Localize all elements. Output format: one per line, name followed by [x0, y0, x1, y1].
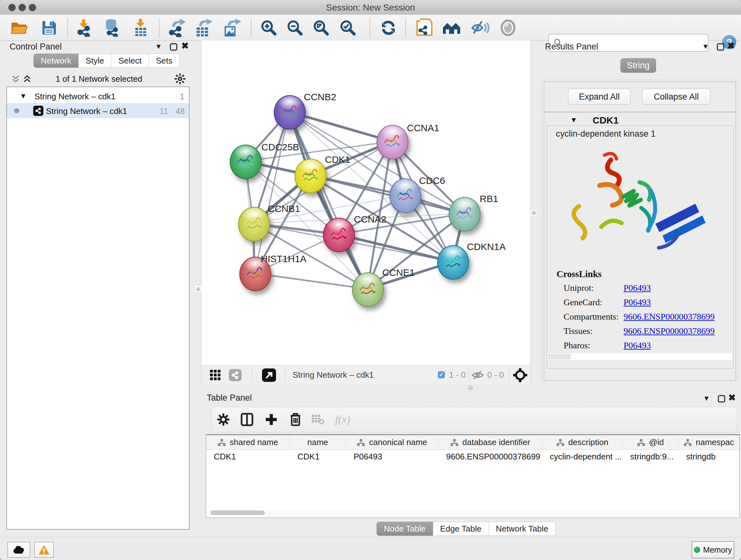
cell-6[interactable]: stringdb — [678, 449, 739, 464]
crosslink-link[interactable]: 9606.ENSP00000378699 — [623, 312, 715, 322]
collapse-all-button[interactable]: Collapse All — [642, 89, 711, 105]
hidden-eye-icon[interactable] — [471, 370, 484, 380]
network-view-title: String Network – cdk1 — [293, 370, 374, 380]
table-panel-collapse-icon[interactable]: ▼ — [703, 395, 710, 402]
export-table-button[interactable] — [193, 15, 214, 41]
tab-edge-table[interactable]: Edge Table — [433, 522, 489, 536]
crosslink-link[interactable]: 9606.ENSP00000378699 — [623, 326, 715, 336]
export-image-button[interactable] — [221, 15, 242, 41]
memory-button[interactable]: Memory — [691, 541, 734, 558]
import-network-from-database-button[interactable] — [102, 15, 121, 41]
node-CCNB2[interactable] — [274, 95, 306, 130]
column-header-description[interactable]: description — [542, 435, 623, 449]
network-view[interactable]: CCNB2CCNA1CDC25BCDK1CDC6RB1CCNB1CCNA2CDK… — [201, 41, 531, 365]
string-style-button[interactable] — [229, 369, 242, 381]
open-session-button[interactable] — [10, 15, 29, 41]
tab-string[interactable]: String — [620, 58, 656, 73]
expand-all-icon[interactable] — [23, 75, 31, 84]
crosslink-link[interactable]: P06493 — [623, 283, 651, 293]
results-panel-close-icon[interactable]: ✖ — [727, 42, 735, 50]
collapse-all-icon[interactable] — [11, 75, 20, 84]
horizontal-splitter-handle[interactable] — [468, 385, 473, 390]
import-network-button[interactable] — [74, 15, 93, 41]
tab-select[interactable]: Select — [111, 54, 149, 68]
birdseye-button[interactable] — [210, 369, 221, 382]
string-home-button[interactable] — [442, 15, 461, 41]
table-panel-close-icon[interactable]: ✖ — [728, 394, 736, 401]
tab-sets[interactable]: Sets — [149, 54, 180, 68]
left-splitter-handle[interactable] — [194, 286, 201, 293]
results-panel-collapse-icon[interactable]: ▼ — [702, 43, 709, 51]
node-CDKN1A[interactable] — [437, 245, 469, 280]
column-header-database-identifier[interactable]: database identifier — [439, 435, 542, 449]
gene-collapse-icon[interactable]: ▼ — [570, 116, 577, 124]
hide-glass-button[interactable] — [470, 15, 490, 41]
delete-column-button[interactable] — [288, 407, 303, 432]
selected-checkbox[interactable]: ✓ — [438, 371, 445, 378]
show-columns-button[interactable] — [239, 407, 255, 432]
table-row[interactable]: CDK1CDK1P064939606.ENSP00000378699cyclin… — [206, 449, 739, 464]
function-builder-button[interactable]: f(x) — [333, 407, 353, 432]
results-panel-float-icon[interactable] — [717, 43, 725, 51]
cell-1[interactable]: CDK1 — [290, 449, 346, 464]
column-header-@id[interactable]: @id — [623, 435, 678, 449]
tab-network-table[interactable]: Network Table — [489, 522, 556, 536]
network-collection-row[interactable]: ▼ String Network – cdk1 1 — [7, 89, 189, 103]
column-header-shared-name[interactable]: shared name — [206, 435, 290, 449]
node-CDK1[interactable] — [294, 159, 327, 193]
node-RB1[interactable] — [449, 197, 481, 232]
control-panel-float-icon[interactable] — [170, 43, 178, 51]
save-session-button[interactable] — [40, 15, 58, 41]
gear-icon[interactable] — [174, 73, 186, 84]
cell-0[interactable]: CDK1 — [206, 449, 290, 464]
column-header-canonical-name[interactable]: canonical name — [346, 435, 439, 449]
control-panel-close-icon[interactable]: ✖ — [181, 42, 189, 50]
column-header-name[interactable]: name — [290, 435, 346, 449]
cell-4[interactable]: cyclin-dependent ... — [542, 449, 623, 464]
table-hscrollbar[interactable] — [207, 509, 738, 516]
right-splitter-handle[interactable] — [530, 209, 537, 216]
cloud-icon — [12, 545, 25, 554]
zoom-out-button[interactable] — [285, 15, 305, 41]
table-settings-button[interactable] — [216, 407, 231, 432]
share-clipboard-button[interactable] — [415, 15, 434, 41]
tab-network[interactable]: Network — [33, 54, 78, 68]
crosslink-link[interactable]: P06493 — [623, 340, 651, 351]
collection-count: 1 — [180, 91, 185, 102]
tab-style[interactable]: Style — [78, 54, 111, 68]
gray-orb-button[interactable] — [499, 15, 517, 41]
detach-view-button[interactable] — [262, 368, 276, 382]
node-CCNA2[interactable] — [323, 218, 355, 252]
zoom-in-button[interactable] — [259, 15, 278, 41]
export-network-button[interactable] — [167, 15, 188, 41]
warning-button[interactable] — [34, 542, 54, 558]
control-panel-collapse-icon[interactable]: ▼ — [155, 43, 162, 51]
node-CCNA1[interactable] — [377, 125, 408, 159]
network-row-selected[interactable]: String Network – cdk1 11 48 — [7, 103, 189, 118]
import-table-button[interactable] — [131, 15, 150, 41]
node-CDC6[interactable] — [389, 179, 421, 213]
results-hscrollbar[interactable] — [548, 353, 732, 360]
column-header-namespac[interactable]: namespac — [678, 435, 739, 449]
add-column-button[interactable] — [264, 407, 279, 432]
crosshair-icon[interactable] — [513, 368, 528, 382]
node-CCNE1[interactable] — [352, 272, 384, 307]
cell-2[interactable]: P06493 — [346, 449, 439, 464]
expand-all-button[interactable]: Expand All — [568, 89, 630, 105]
crosslink-link[interactable]: P06493 — [623, 297, 651, 307]
table-hscrollbar-thumb[interactable] — [211, 510, 265, 515]
node-CCNB1[interactable] — [238, 207, 270, 241]
cell-3[interactable]: 9606.ENSP00000378699 — [439, 449, 542, 464]
cloud-button[interactable] — [7, 542, 30, 558]
node-table[interactable]: shared namenamecanonical namedatabase id… — [206, 434, 740, 518]
tab-node-table[interactable]: Node Table — [377, 522, 433, 536]
edge-HIST1H1A-CCNE1[interactable] — [255, 273, 367, 289]
cell-5[interactable]: stringdb:9... — [623, 449, 678, 464]
tree-collapse-icon[interactable]: ▼ — [20, 92, 27, 100]
table-panel-float-icon[interactable] — [718, 395, 726, 403]
node-CDC25B[interactable] — [230, 145, 262, 179]
delete-table-button[interactable] — [310, 407, 326, 432]
zoom-fit-button[interactable] — [312, 15, 331, 41]
refresh-button[interactable] — [379, 15, 398, 41]
zoom-selected-button[interactable] — [338, 15, 357, 41]
